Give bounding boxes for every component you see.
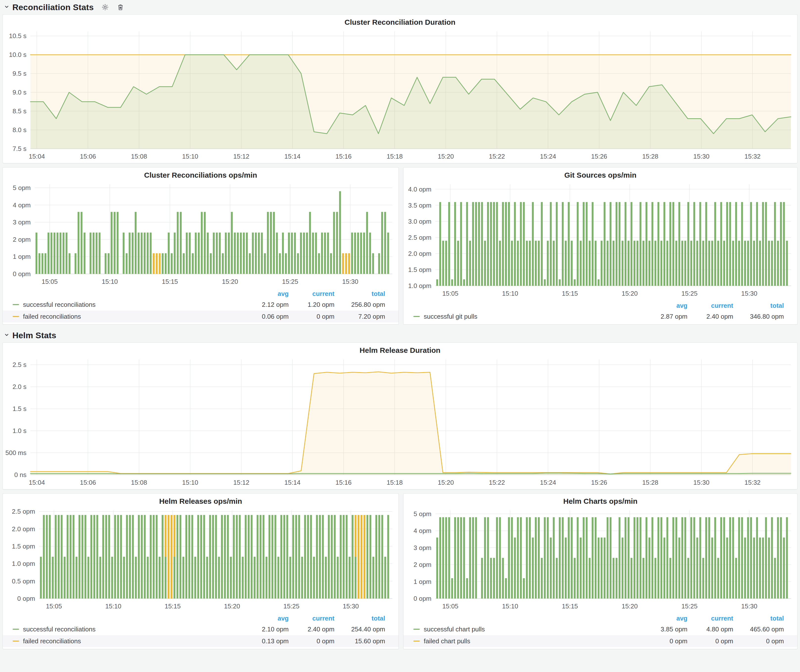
trash-icon[interactable] xyxy=(116,3,125,12)
legend-header-current[interactable]: current xyxy=(289,614,334,622)
svg-text:0 opm: 0 opm xyxy=(13,270,31,278)
svg-text:7.5 s: 7.5 s xyxy=(13,145,26,152)
legend-header-total[interactable]: total xyxy=(334,290,385,298)
legend-row[interactable]: successful chart pulls3.85 opm4.80 opm46… xyxy=(403,623,797,635)
svg-text:15:16: 15:16 xyxy=(336,153,352,160)
gear-icon[interactable] xyxy=(101,3,110,12)
svg-text:15:32: 15:32 xyxy=(744,153,760,160)
legend-header: avgcurrenttotal xyxy=(403,301,797,310)
section-actions xyxy=(101,3,125,12)
svg-text:2.0 opm: 2.0 opm xyxy=(12,525,35,533)
svg-text:15:25: 15:25 xyxy=(282,278,298,285)
panel-title: Git Sources ops/min xyxy=(403,168,797,180)
svg-text:15:14: 15:14 xyxy=(285,479,301,486)
helm-release-duration-chart[interactable]: 0 ns500 ms1.0 s1.5 s2.0 s2.5 s15:0415:06… xyxy=(5,355,795,489)
legend-header-total[interactable]: total xyxy=(334,614,385,622)
legend-header-avg[interactable]: avg xyxy=(246,614,289,622)
section-toggle-reconciliation-stats[interactable]: Reconciliation Stats xyxy=(3,2,94,12)
svg-text:4 opm: 4 opm xyxy=(414,527,431,534)
legend-avg-value: 2.12 opm xyxy=(246,301,289,309)
svg-text:15:12: 15:12 xyxy=(233,153,250,160)
svg-text:15:10: 15:10 xyxy=(105,602,121,610)
svg-text:1.0 opm: 1.0 opm xyxy=(408,282,431,290)
legend-total-value: 346.80 opm xyxy=(733,313,784,320)
series-color-dash-icon xyxy=(413,629,420,630)
svg-text:1.0 opm: 1.0 opm xyxy=(12,560,35,567)
svg-text:5 opm: 5 opm xyxy=(414,510,431,518)
section-header-helm-stats: Helm Stats xyxy=(2,328,798,342)
helm-charts-ops-chart[interactable]: 0 opm1 opm2 opm3 opm4 opm5 opm15:0515:10… xyxy=(405,506,795,613)
legend-total-value: 0 opm xyxy=(733,637,784,645)
legend-header-current[interactable]: current xyxy=(688,302,733,310)
svg-text:1.5 s: 1.5 s xyxy=(13,405,26,413)
cluster-reconciliation-duration-chart[interactable]: 7.5 s8.0 s8.5 s9.0 s9.5 s10.0 s10.5 s15:… xyxy=(5,27,795,163)
legend-header-total[interactable]: total xyxy=(733,302,784,310)
legend-header-avg[interactable]: avg xyxy=(645,614,688,622)
panel-title: Cluster Reconciliations ops/min xyxy=(3,168,398,180)
panel-title: Helm Releases ops/min xyxy=(3,494,398,506)
svg-text:8.5 s: 8.5 s xyxy=(13,107,26,115)
row-helm-ops-charts: Helm Releases ops/min 0 opm0.5 opm1.0 op… xyxy=(2,493,798,649)
legend-current-value: 2.40 opm xyxy=(289,626,334,633)
legend-header-total[interactable]: total xyxy=(733,614,784,622)
panel-git-sources-ops: Git Sources ops/min 1.0 opm1.5 opm2.0 op… xyxy=(403,167,798,325)
svg-text:3 opm: 3 opm xyxy=(13,218,31,226)
svg-text:15:28: 15:28 xyxy=(642,153,658,160)
legend-total-value: 15.60 opm xyxy=(334,637,385,645)
section-toggle-helm-stats[interactable]: Helm Stats xyxy=(3,331,56,340)
legend-header: avgcurrenttotal xyxy=(403,613,797,623)
series-color-dash-icon xyxy=(13,629,19,630)
series-color-dash-icon xyxy=(13,316,19,317)
legend-row[interactable]: successful reconciliations2.12 opm1.20 o… xyxy=(3,299,398,310)
svg-text:15:30: 15:30 xyxy=(693,479,709,486)
legend-current-value: 0 opm xyxy=(688,637,733,645)
legend-header-current[interactable]: current xyxy=(289,290,334,298)
svg-text:15:30: 15:30 xyxy=(741,602,757,610)
legend-total-value: 465.60 opm xyxy=(733,626,784,633)
svg-text:15:10: 15:10 xyxy=(102,278,118,285)
legend-row[interactable]: failed chart pulls0 opm0 opm0 opm xyxy=(403,635,797,647)
svg-text:15:24: 15:24 xyxy=(540,479,556,486)
svg-text:0 opm: 0 opm xyxy=(414,595,431,602)
legend-row[interactable]: successful reconciliations2.10 opm2.40 o… xyxy=(3,623,398,635)
helm-releases-ops-chart[interactable]: 0 opm0.5 opm1.0 opm1.5 opm2.0 opm2.5 opm… xyxy=(5,506,397,613)
svg-text:1 opm: 1 opm xyxy=(414,578,431,586)
legend-row[interactable]: failed reconciliations0.06 opm0 opm7.20 … xyxy=(3,310,398,322)
legend-avg-value: 2.10 opm xyxy=(246,626,289,633)
svg-text:2.5 opm: 2.5 opm xyxy=(12,508,35,515)
svg-text:4.0 opm: 4.0 opm xyxy=(408,186,431,193)
section-title: Reconciliation Stats xyxy=(12,2,94,12)
svg-text:15:25: 15:25 xyxy=(682,290,698,297)
chevron-down-icon xyxy=(3,331,10,339)
svg-text:15:24: 15:24 xyxy=(540,153,556,160)
panel-title: Cluster Reconciliation Duration xyxy=(3,14,797,27)
svg-text:15:20: 15:20 xyxy=(438,153,454,160)
svg-text:5 opm: 5 opm xyxy=(13,184,31,192)
legend-avg-value: 2.87 opm xyxy=(645,313,688,320)
svg-text:15:14: 15:14 xyxy=(285,153,301,160)
legend-total-value: 7.20 opm xyxy=(334,313,385,320)
svg-text:15:06: 15:06 xyxy=(80,479,96,486)
svg-text:15:20: 15:20 xyxy=(622,290,638,297)
legend-row[interactable]: successful git pulls2.87 opm2.40 opm346.… xyxy=(403,310,797,322)
svg-text:2 opm: 2 opm xyxy=(414,561,431,568)
legend-header-current[interactable]: current xyxy=(688,614,733,622)
section-title: Helm Stats xyxy=(12,331,56,340)
legend-row[interactable]: failed reconciliations0.13 opm0 opm15.60… xyxy=(3,635,398,647)
legend-header-avg[interactable]: avg xyxy=(246,290,289,298)
series-color-dash-icon xyxy=(413,316,420,317)
svg-text:15:32: 15:32 xyxy=(744,479,760,486)
svg-text:15:04: 15:04 xyxy=(29,479,45,486)
legend-header-avg[interactable]: avg xyxy=(645,302,688,310)
row-ops-charts: Cluster Reconciliations ops/min 0 opm1 o… xyxy=(2,167,798,325)
legend-current-value: 0 opm xyxy=(289,637,334,645)
legend-current-value: 2.40 opm xyxy=(688,313,733,320)
git-sources-ops-chart[interactable]: 1.0 opm1.5 opm2.0 opm2.5 opm3.0 opm3.5 o… xyxy=(405,180,795,300)
legend-total-value: 254.40 opm xyxy=(334,626,385,633)
legend-current-value: 0 opm xyxy=(289,313,334,320)
svg-text:2.0 opm: 2.0 opm xyxy=(408,250,431,257)
svg-text:3 opm: 3 opm xyxy=(414,544,431,552)
legend-series-label: successful chart pulls xyxy=(424,626,645,633)
svg-text:15:26: 15:26 xyxy=(591,479,607,486)
cluster-reconciliations-ops-chart[interactable]: 0 opm1 opm2 opm3 opm4 opm5 opm15:0515:10… xyxy=(5,180,397,288)
